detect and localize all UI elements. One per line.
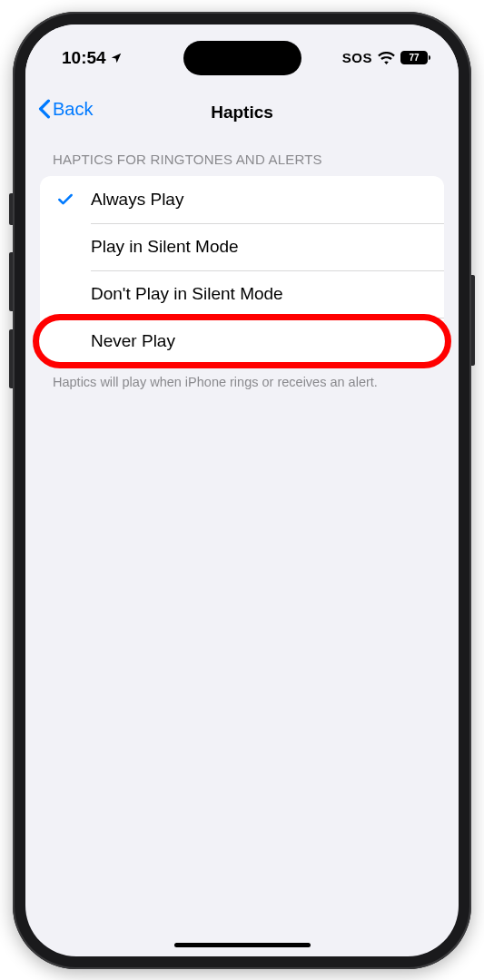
content: HAPTICS FOR RINGTONES AND ALERTS Always … — [25, 133, 459, 392]
sos-indicator: SOS — [342, 50, 372, 65]
option-label: Always Play — [91, 190, 183, 210]
volume-down-button — [9, 329, 13, 388]
option-label: Play in Silent Mode — [91, 237, 239, 257]
option-label: Don't Play in Silent Mode — [91, 284, 283, 304]
option-dont-play-silent-mode[interactable]: Don't Play in Silent Mode — [40, 270, 444, 318]
screen: 10:54 SOS 77 Back — [25, 24, 459, 956]
option-play-silent-mode[interactable]: Play in Silent Mode — [40, 223, 444, 270]
status-left: 10:54 — [62, 48, 123, 68]
option-label: Never Play — [91, 331, 175, 351]
home-indicator[interactable] — [174, 943, 311, 947]
power-button — [471, 275, 475, 366]
dynamic-island — [183, 41, 301, 75]
volume-up-button — [9, 252, 13, 311]
back-button[interactable]: Back — [38, 99, 93, 120]
location-icon — [110, 52, 123, 64]
mute-switch — [9, 193, 13, 225]
checkmark-icon — [56, 191, 91, 209]
status-time: 10:54 — [62, 48, 106, 68]
option-always-play[interactable]: Always Play — [40, 176, 444, 223]
haptics-options-list: Always Play Play in Silent Mode Don't Pl… — [40, 176, 444, 365]
chevron-left-icon — [38, 99, 51, 119]
status-right: SOS 77 — [342, 50, 428, 65]
wifi-icon — [378, 52, 395, 64]
back-label: Back — [53, 99, 93, 120]
section-header: HAPTICS FOR RINGTONES AND ALERTS — [40, 152, 444, 176]
section-footer: Haptics will play when iPhone rings or r… — [40, 365, 444, 392]
option-never-play[interactable]: Never Play — [40, 318, 444, 365]
phone-frame: 10:54 SOS 77 Back — [13, 12, 471, 969]
battery-icon: 77 — [400, 51, 428, 64]
battery-percent: 77 — [409, 53, 419, 63]
